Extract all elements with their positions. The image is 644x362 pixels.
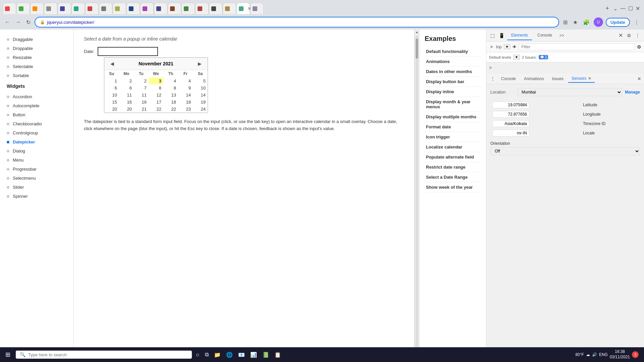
cast-icon[interactable]: ⊞ bbox=[562, 18, 569, 27]
tab-1[interactable] bbox=[3, 3, 16, 14]
longitude-input[interactable] bbox=[492, 111, 529, 118]
zoho-button[interactable]: 📋 bbox=[273, 350, 282, 359]
devtools-device-button[interactable]: 📱 bbox=[497, 32, 506, 40]
devtools-filter-input[interactable] bbox=[519, 44, 635, 50]
cal-cell[interactable]: 24 bbox=[193, 106, 208, 113]
tab-10[interactable] bbox=[126, 3, 140, 14]
sidebar-item-resizable[interactable]: Resizable bbox=[0, 53, 73, 62]
example-animations[interactable]: Animations bbox=[425, 57, 481, 67]
cal-cell[interactable]: 16 bbox=[119, 99, 134, 106]
tabs-more-button[interactable]: ⌄ bbox=[612, 4, 619, 13]
example-display-inline[interactable]: Display inline bbox=[425, 87, 481, 97]
devtools-gear-button[interactable]: ⚙ bbox=[637, 44, 641, 50]
timezone-input[interactable] bbox=[492, 120, 529, 127]
calendar-next-button[interactable]: ▶ bbox=[195, 60, 204, 68]
sidebar-item-controlgroup[interactable]: Controlgroup bbox=[0, 128, 73, 137]
cal-cell[interactable]: 14 bbox=[193, 92, 208, 99]
back-button[interactable]: ← bbox=[3, 18, 11, 26]
example-default[interactable]: Default functionality bbox=[425, 47, 481, 57]
devtools-more-tabs-button[interactable]: >> bbox=[557, 33, 566, 39]
cal-cell[interactable]: 8 bbox=[149, 84, 163, 92]
tab-6[interactable] bbox=[71, 3, 85, 14]
tab-16[interactable] bbox=[209, 3, 222, 14]
cal-cell[interactable]: 21 bbox=[134, 106, 149, 113]
sidebar-item-draggable[interactable]: Draggable bbox=[0, 35, 73, 44]
cal-cell[interactable]: 6 bbox=[104, 84, 119, 92]
cal-cell[interactable]: 9 bbox=[178, 84, 193, 92]
example-localize-calendar[interactable]: Localize calendar bbox=[425, 142, 481, 152]
cal-cell[interactable]: 20 bbox=[104, 106, 119, 113]
scroll-thumb[interactable] bbox=[416, 39, 418, 59]
cal-cell[interactable]: 22 bbox=[149, 106, 163, 113]
cal-cell[interactable]: 12 bbox=[149, 92, 163, 99]
example-display-button-bar[interactable]: Display button bar bbox=[425, 77, 481, 87]
more-icon[interactable]: ⋮ bbox=[633, 18, 641, 27]
new-tab-button[interactable]: + bbox=[603, 4, 612, 13]
cortana-button[interactable]: ○ bbox=[195, 350, 201, 360]
cal-cell[interactable]: 19 bbox=[193, 99, 208, 106]
tab-9[interactable] bbox=[113, 3, 126, 14]
cal-cell[interactable]: 20 bbox=[119, 106, 134, 113]
start-button[interactable]: ⊞ bbox=[3, 350, 13, 360]
cal-cell[interactable]: 6 bbox=[119, 84, 134, 92]
tab-3[interactable] bbox=[30, 3, 44, 14]
sidebar-item-slider[interactable]: Slider bbox=[0, 183, 73, 192]
cal-cell[interactable]: 22 bbox=[163, 106, 178, 113]
cal-cell[interactable]: 18 bbox=[178, 99, 193, 106]
cal-cell[interactable]: 8 bbox=[163, 84, 178, 92]
scroll-up-button[interactable]: ▲ bbox=[415, 30, 419, 34]
sensors-close-icon[interactable]: ✕ bbox=[588, 76, 591, 81]
extensions-icon[interactable]: 🧩 bbox=[582, 18, 591, 27]
volume-icon[interactable]: 🔊 bbox=[592, 352, 597, 357]
devtools-bottom-menu-icon[interactable]: ⋮ bbox=[489, 75, 496, 83]
cal-cell[interactable]: 5 bbox=[193, 77, 208, 84]
sensors-tab-console[interactable]: Console bbox=[498, 75, 519, 82]
tab-17[interactable] bbox=[223, 3, 236, 14]
example-restrict-date-range[interactable]: Restrict date range bbox=[425, 162, 481, 172]
example-populate-alternate[interactable]: Populate alternate field bbox=[425, 152, 481, 162]
orientation-select[interactable]: Off bbox=[490, 147, 640, 155]
devtools-levels-dropdown[interactable]: ▼ bbox=[513, 55, 520, 60]
cal-cell[interactable]: 11 bbox=[134, 92, 149, 99]
sensors-tab-sensors[interactable]: Sensors ✕ bbox=[568, 75, 595, 83]
sidebar-item-accordion[interactable]: Accordion bbox=[0, 92, 73, 101]
powerpoint-button[interactable]: 📊 bbox=[249, 350, 258, 359]
devtools-tab-console[interactable]: Console bbox=[533, 31, 556, 40]
reload-button[interactable]: ↻ bbox=[25, 18, 32, 27]
excel-button[interactable]: 📗 bbox=[261, 350, 270, 359]
cal-cell[interactable]: 10 bbox=[193, 84, 208, 92]
example-display-month-year-menus[interactable]: Display month & year menus bbox=[425, 97, 481, 112]
tab-4[interactable] bbox=[44, 3, 57, 14]
sidebar-item-menu[interactable]: Menu bbox=[0, 156, 73, 165]
cal-cell[interactable]: 2 bbox=[119, 77, 134, 84]
cal-cell[interactable]: 23 bbox=[178, 106, 193, 113]
content-scrollbar[interactable]: ▲ ▼ bbox=[415, 29, 419, 362]
cal-cell[interactable]: 11 bbox=[119, 92, 134, 99]
url-bar[interactable]: 🔒 jqueryui.com/datepicker/ bbox=[35, 17, 559, 27]
sidebar-item-dialog[interactable]: Dialog bbox=[0, 146, 73, 156]
cal-cell[interactable]: 18 bbox=[163, 99, 178, 106]
notification-icon[interactable]: 3 bbox=[632, 351, 639, 358]
tab-8[interactable] bbox=[99, 3, 112, 14]
minimize-button[interactable]: — bbox=[619, 4, 627, 13]
calendar-prev-button[interactable]: ◀ bbox=[108, 60, 117, 68]
maximize-button[interactable]: ☐ bbox=[627, 4, 634, 13]
devtools-expand-button[interactable]: > bbox=[489, 44, 494, 50]
cal-cell[interactable]: 7 bbox=[134, 84, 149, 92]
tab-11[interactable] bbox=[140, 3, 154, 14]
example-dates-other-months[interactable]: Dates in other months bbox=[425, 67, 481, 77]
cal-cell[interactable]: 15 bbox=[104, 99, 119, 106]
chrome-taskbar-button[interactable]: 🌐 bbox=[225, 350, 234, 359]
locale-input[interactable] bbox=[492, 130, 529, 136]
manage-button[interactable]: Manage bbox=[625, 90, 640, 95]
sidebar-item-droppable[interactable]: Droppable bbox=[0, 44, 73, 53]
devtools-inspect-button[interactable]: ⬚ bbox=[489, 32, 496, 40]
devtools-expand-tree-button[interactable]: > bbox=[489, 65, 492, 70]
update-button[interactable]: Update bbox=[606, 18, 630, 27]
cal-cell[interactable]: 16 bbox=[134, 99, 149, 106]
sensors-panel-close-icon[interactable]: ✕ bbox=[637, 76, 641, 81]
cal-cell[interactable]: 17 bbox=[149, 99, 163, 106]
profile-icon[interactable]: U bbox=[594, 17, 603, 27]
tab-12[interactable] bbox=[154, 3, 167, 14]
sidebar-item-autocomplete[interactable]: Autocomplete bbox=[0, 101, 73, 110]
